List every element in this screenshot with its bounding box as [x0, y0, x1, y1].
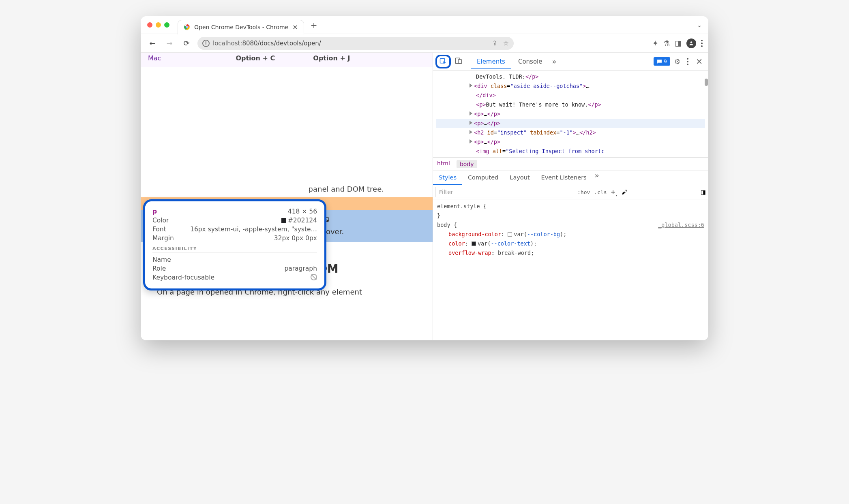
browser-tab[interactable]: Open Chrome DevTools - Chrome ✕ [178, 20, 304, 34]
minimize-window-button[interactable] [156, 22, 161, 28]
bookmark-icon[interactable]: ☆ [503, 39, 509, 47]
sidepanel-icon[interactable]: ◨ [675, 39, 682, 47]
styles-tabs-overflow[interactable]: » [592, 171, 602, 185]
url-host: localhost [213, 40, 240, 47]
new-rule-button[interactable]: +▾ [611, 188, 617, 197]
tooltip-color-value: #202124 [281, 217, 317, 224]
crumb-html[interactable]: html [437, 160, 450, 168]
styles-filter-input[interactable]: Filter [435, 187, 573, 197]
selector-body: body { [437, 222, 457, 228]
shortcut-table-row: Mac Option + C Option + J [141, 53, 433, 67]
cls-toggle[interactable]: .cls [594, 189, 607, 195]
page-viewport: Mac Option + C Option + J p 418 × 56 Col… [141, 53, 433, 340]
devtools-panel: Elements Console » 9 ⚙ ✕ DevTools. TLDR:… [433, 53, 708, 340]
tab-elements[interactable]: Elements [471, 55, 511, 69]
styles-filter-row: Filter :hov .cls +▾ 🖌 ◨ [433, 185, 708, 199]
titlebar: Open Chrome DevTools - Chrome ✕ + ⌄ [141, 16, 708, 34]
devtools-toolbar: Elements Console » 9 ⚙ ✕ [433, 53, 708, 70]
paint-icon[interactable]: 🖌 [622, 189, 627, 195]
dom-line[interactable]: <p>But wait! There's more to know.</p> [436, 100, 705, 109]
omnibox[interactable]: i localhost:8080/docs/devtools/open/ ⇪ ☆ [197, 37, 514, 50]
page-fragment-behind: panel and DOM tree. [157, 185, 416, 193]
tooltip-font-value: 16px system-ui, -apple-system, "syste… [190, 226, 317, 233]
profile-avatar[interactable] [686, 38, 696, 48]
dom-line[interactable]: <div class="aside aside--gotchas">… [436, 81, 705, 91]
color-swatch-icon[interactable] [472, 241, 476, 246]
tooltip-name-label: Name [152, 256, 171, 263]
dom-line[interactable]: <h2 id="inspect" tabindex="-1">…</h2> [436, 128, 705, 137]
styles-tabs: Styles Computed Layout Event Listeners » [433, 171, 708, 185]
shortcut-j: Option + J [313, 54, 350, 62]
shortcut-c: Option + C [236, 54, 275, 62]
tooltip-margin-value: 32px 0px 0px [274, 235, 317, 242]
svg-point-4 [186, 26, 187, 28]
tab-console[interactable]: Console [512, 55, 548, 68]
site-info-icon[interactable]: i [202, 40, 210, 47]
url-display: localhost:8080/docs/devtools/open/ [213, 40, 321, 47]
dom-line[interactable]: <img alt="Selecting Inspect from shortc [436, 147, 705, 156]
tooltip-font-label: Font [152, 226, 166, 233]
styles-pane[interactable]: element.style { } body { _global.scss:6 … [433, 199, 708, 260]
styles-tab-event[interactable]: Event Listeners [536, 171, 592, 185]
styles-tab-layout[interactable]: Layout [504, 171, 535, 185]
tabs-overflow-button[interactable]: » [549, 57, 559, 66]
hov-toggle[interactable]: :hov [577, 189, 590, 195]
content-split: Mac Option + C Option + J p 418 × 56 Col… [141, 53, 708, 340]
dom-scrollbar-thumb[interactable] [705, 79, 708, 86]
tooltip-margin-label: Margin [152, 235, 174, 242]
inspector-tooltip: p 418 × 56 Color #202124 Font 16px syste… [143, 199, 326, 290]
sidebar-toggle-icon[interactable]: ◨ [701, 189, 706, 195]
tab-overflow-button[interactable]: ⌄ [697, 22, 702, 28]
styles-tab-styles[interactable]: Styles [433, 171, 462, 185]
tab-title: Open Chrome DevTools - Chrome [194, 24, 288, 30]
address-bar: ← → ⟳ i localhost:8080/docs/devtools/ope… [141, 34, 708, 53]
close-window-button[interactable] [147, 22, 152, 28]
source-link[interactable]: _global.scss:6 [658, 220, 704, 230]
forward-button[interactable]: → [163, 37, 176, 49]
tooltip-kbd-label: Keyboard-focusable [152, 274, 214, 282]
new-tab-button[interactable]: + [311, 20, 317, 30]
dom-line[interactable]: <p>…</p> [436, 109, 705, 119]
breadcrumb-bar: html body [433, 157, 708, 171]
extensions-icon[interactable]: ✦ [652, 39, 658, 47]
labs-icon[interactable]: ⚗ [663, 39, 670, 47]
not-focusable-icon [311, 274, 317, 280]
issues-badge[interactable]: 9 [654, 57, 670, 66]
settings-icon[interactable]: ⚙ [672, 58, 683, 66]
svg-rect-9 [458, 60, 461, 64]
svg-point-5 [690, 41, 692, 43]
color-swatch [281, 218, 286, 223]
url-path: :8080/docs/devtools/open/ [240, 40, 321, 47]
dom-line[interactable]: </div> [436, 91, 705, 100]
maximize-window-button[interactable] [164, 22, 169, 28]
tooltip-kbd-value [311, 274, 317, 282]
dom-tree[interactable]: DevTools. TLDR:</p> <div class="aside as… [433, 70, 708, 157]
tooltip-role-label: Role [152, 265, 166, 272]
traffic-lights [147, 22, 169, 28]
share-icon[interactable]: ⇪ [492, 39, 497, 47]
tooltip-role-value: paragraph [284, 265, 317, 272]
tooltip-color-label: Color [152, 217, 169, 224]
css-declaration[interactable]: background-color: var(--color-bg); [437, 230, 704, 239]
selector-elementstyle: element.style { [437, 203, 487, 209]
browser-window: Open Chrome DevTools - Chrome ✕ + ⌄ ← → … [141, 16, 708, 340]
crumb-body[interactable]: body [457, 160, 477, 168]
css-declaration[interactable]: color: var(--color-text); [437, 239, 704, 248]
color-swatch-icon[interactable] [508, 232, 512, 237]
back-button[interactable]: ← [146, 37, 159, 49]
close-devtools-button[interactable]: ✕ [692, 57, 706, 66]
inspect-element-button[interactable] [435, 55, 451, 68]
tooltip-tag: p [152, 208, 157, 215]
css-declaration[interactable]: overflow-wrap: break-word; [437, 248, 704, 258]
chrome-favicon [184, 24, 190, 30]
styles-tab-computed[interactable]: Computed [462, 171, 504, 185]
device-toggle-button[interactable] [452, 55, 465, 68]
chrome-menu-button[interactable] [701, 40, 703, 47]
tab-close-icon[interactable]: ✕ [292, 23, 298, 31]
reload-button[interactable]: ⟳ [180, 37, 193, 49]
dom-line-selected[interactable]: <p>…</p> [436, 119, 705, 128]
dom-line[interactable]: DevTools. TLDR:</p> [436, 72, 705, 81]
dom-line[interactable]: <p>…</p> [436, 137, 705, 147]
os-label-mac: Mac [148, 54, 161, 62]
devtools-menu-button[interactable] [684, 58, 691, 65]
